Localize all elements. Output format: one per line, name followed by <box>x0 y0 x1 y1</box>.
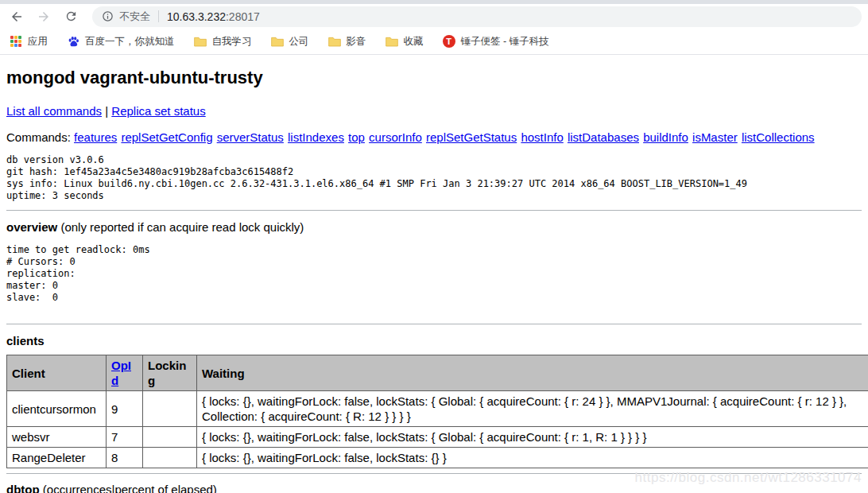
col-client: Client <box>7 355 107 391</box>
forward-button[interactable] <box>33 6 54 27</box>
page-title: mongod vagrant-ubuntu-trusty <box>6 68 862 88</box>
bookmark-apps[interactable]: 应用 <box>10 35 48 49</box>
bookmark-smartisan[interactable]: T 锤子便签 - 锤子科技 <box>443 35 549 49</box>
command-link-listdatabases[interactable]: listDatabases <box>568 130 639 144</box>
command-link-hostinfo[interactable]: hostInfo <box>521 130 563 144</box>
col-opid: OpId <box>107 355 143 391</box>
cell-locking <box>143 391 197 427</box>
command-link-replsetgetstatus[interactable]: replSetGetStatus <box>426 130 517 144</box>
bookmark-label: 自我学习 <box>212 35 252 49</box>
cell-client: RangeDeleter <box>7 448 107 468</box>
dbtop-title: dbtop <box>6 483 40 493</box>
forward-arrow-icon <box>37 10 51 24</box>
page-content: mongod vagrant-ubuntu-trusty List all co… <box>0 68 868 493</box>
back-button[interactable] <box>6 6 27 27</box>
url-host[interactable]: 10.63.3.232 <box>167 10 226 23</box>
cell-waiting: { locks: {}, waitingForLock: false, lock… <box>197 391 868 427</box>
cell-locking <box>143 427 197 448</box>
url-port[interactable]: :28017 <box>226 10 260 23</box>
cell-opid: 9 <box>107 391 143 427</box>
section-divider <box>6 210 862 211</box>
command-link-listcollections[interactable]: listCollections <box>742 130 815 144</box>
cell-client: clientcursormon <box>7 391 107 427</box>
commands-label: Commands: <box>6 130 71 144</box>
folder-icon <box>194 35 207 48</box>
bookmark-label: 公司 <box>289 35 309 49</box>
smartisan-t-icon: T <box>443 35 455 48</box>
command-link-listindexes[interactable]: listIndexes <box>288 130 344 144</box>
command-link-top[interactable]: top <box>348 130 365 144</box>
table-row: websvr 7 { locks: {}, waitingForLock: fa… <box>7 427 868 448</box>
command-link-buildinfo[interactable]: buildInfo <box>643 130 688 144</box>
clients-title: clients <box>6 334 862 347</box>
refresh-button[interactable] <box>60 6 81 27</box>
col-waiting: Waiting <box>197 355 868 391</box>
cell-client: websvr <box>7 427 107 448</box>
cell-opid: 8 <box>107 448 143 468</box>
bookmark-label: 应用 <box>28 35 48 49</box>
bookmark-label: 影音 <box>347 35 366 49</box>
cell-waiting: { locks: {}, waitingForLock: false, lock… <box>197 448 868 468</box>
top-links-separator: | <box>105 104 108 118</box>
list-all-commands-link[interactable]: List all commands <box>6 104 102 118</box>
overview-heading: overview (only reported if can acquire r… <box>6 220 862 234</box>
commands-line: Commands: features replSetGetConfig serv… <box>6 130 862 144</box>
bookmark-label: 锤子便签 - 锤子科技 <box>461 35 549 49</box>
bookmark-folder-company[interactable]: 公司 <box>271 35 309 49</box>
overview-subtitle: (only reported if can acquire read lock … <box>57 220 304 234</box>
folder-icon <box>328 35 341 48</box>
cell-opid: 7 <box>107 427 143 448</box>
section-divider <box>6 324 862 324</box>
address-bar[interactable]: 不安全 10.63.3.232:28017 <box>92 6 862 27</box>
bookmark-baidu[interactable]: 百度一下，你就知道 <box>67 35 175 49</box>
folder-icon <box>271 35 284 48</box>
top-links: List all commands | Replica set status <box>6 104 862 118</box>
bookmark-label: 百度一下，你就知道 <box>85 35 175 49</box>
command-link-serverstatus[interactable]: serverStatus <box>217 130 284 144</box>
overview-stats-block: time to get readlock: 0ms # Cursors: 0 r… <box>6 244 862 304</box>
refresh-icon <box>64 10 78 23</box>
section-divider <box>6 473 862 474</box>
back-arrow-icon <box>10 10 24 24</box>
browser-toolbar: 不安全 10.63.3.232:28017 <box>0 4 868 29</box>
dbtop-heading: dbtop (occurrences|percent of elapsed) <box>6 483 862 493</box>
command-link-replsetgetconfig[interactable]: replSetGetConfig <box>121 130 212 144</box>
command-link-cursorinfo[interactable]: cursorInfo <box>369 130 422 144</box>
cell-locking <box>143 448 197 468</box>
col-locking: Locking <box>143 355 197 391</box>
apps-grid-icon <box>10 35 22 48</box>
baidu-icon <box>67 35 79 48</box>
folder-icon <box>386 35 398 48</box>
bookmark-label: 收藏 <box>404 35 424 49</box>
clients-table: Client OpId Locking Waiting clientcursor… <box>6 355 868 468</box>
dbtop-subtitle: (occurrences|percent of elapsed) <box>40 483 217 493</box>
command-link-ismaster[interactable]: isMaster <box>692 130 738 144</box>
overview-title: overview <box>6 220 57 234</box>
info-icon[interactable] <box>102 10 114 22</box>
table-row: clientcursormon 9 { locks: {}, waitingFo… <box>7 391 868 427</box>
security-label[interactable]: 不安全 <box>119 10 150 24</box>
bookmarks-bar: 应用 百度一下，你就知道 自我学习 公司 影音 <box>0 29 868 55</box>
build-info-block: db version v3.0.6 git hash: 1ef45a23a4c5… <box>6 154 862 202</box>
browser-chrome: 不安全 10.63.3.232:28017 应用 百度一下，你就知道 <box>0 0 868 55</box>
bookmark-folder-study[interactable]: 自我学习 <box>194 35 252 49</box>
address-separator <box>158 10 159 22</box>
command-link-features[interactable]: features <box>74 130 117 144</box>
bookmark-folder-favorites[interactable]: 收藏 <box>386 35 424 49</box>
bookmark-folder-media[interactable]: 影音 <box>328 35 366 49</box>
cell-waiting: { locks: {}, waitingForLock: false, lock… <box>197 427 868 448</box>
table-row: RangeDeleter 8 { locks: {}, waitingForLo… <box>7 448 868 468</box>
clients-header-row: Client OpId Locking Waiting <box>7 355 868 391</box>
opid-link[interactable]: OpId <box>111 359 131 387</box>
replica-set-status-link[interactable]: Replica set status <box>111 104 205 118</box>
